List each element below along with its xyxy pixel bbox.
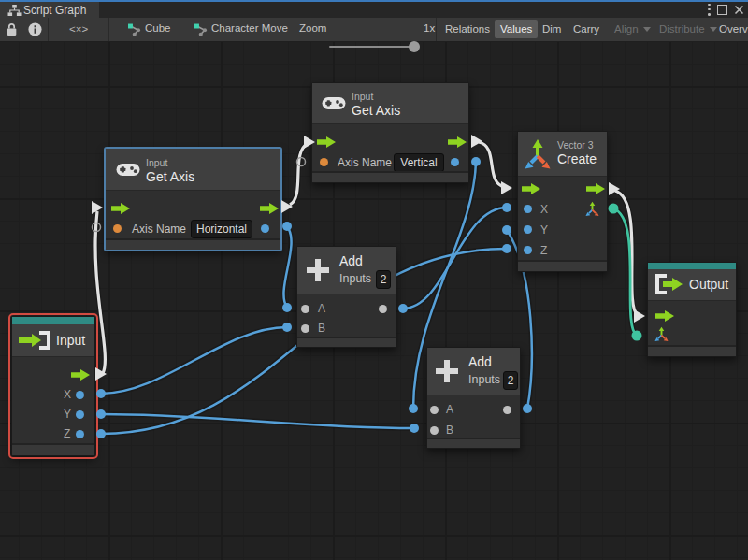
toggle-relations[interactable]: Relations xyxy=(439,20,496,38)
axis-value-output-port[interactable] xyxy=(451,158,459,166)
port-sum-output[interactable] xyxy=(379,305,387,313)
io-header-strip xyxy=(12,317,94,324)
node-header: Input xyxy=(12,324,94,357)
flow-in-port[interactable] xyxy=(111,203,130,214)
node-footer xyxy=(648,345,736,356)
port-sum-output[interactable] xyxy=(503,406,511,414)
info-icon[interactable] xyxy=(28,22,42,36)
node-get-axis-horizontal[interactable]: Input Get Axis Axis Name Horizontal xyxy=(105,148,281,251)
input-icon xyxy=(19,331,52,350)
toggle-overview[interactable]: Overview xyxy=(713,20,748,38)
node-footer xyxy=(427,438,520,448)
node-vector3-create[interactable]: Vector 3 Create X Y Z xyxy=(517,131,608,272)
menu-align[interactable]: Align xyxy=(609,20,656,38)
flow-out-port[interactable] xyxy=(260,203,279,214)
lock-icon[interactable] xyxy=(5,22,19,36)
port-x-input[interactable] xyxy=(524,205,532,213)
io-header-strip xyxy=(648,263,736,269)
toggle-dim[interactable]: Dim xyxy=(537,20,567,38)
flow-in-port[interactable] xyxy=(317,136,336,148)
node-footer xyxy=(297,337,396,347)
flow-in-port[interactable] xyxy=(655,310,674,322)
node-category: Input xyxy=(146,157,167,168)
focus-accent-line xyxy=(0,0,748,2)
node-title: Create xyxy=(557,151,597,166)
zoom-label: Zoom xyxy=(299,22,326,34)
plus-icon xyxy=(434,358,460,384)
node-category: Vector 3 xyxy=(557,139,594,151)
vector3-icon xyxy=(523,137,553,171)
axis-name-label: Axis Name xyxy=(338,156,392,169)
node-graph-input[interactable]: Input X Y Z xyxy=(11,316,95,456)
node-title: Input xyxy=(56,333,85,348)
node-add-2[interactable]: Add Inputs 2 A B xyxy=(426,347,521,449)
menu-distribute[interactable]: Distribute xyxy=(654,20,723,38)
node-add-1[interactable]: Add Inputs 2 A B xyxy=(296,246,396,348)
toggle-carry[interactable]: Carry xyxy=(568,20,605,38)
port-x-label: X xyxy=(540,203,548,216)
toggle-values[interactable]: Values xyxy=(495,20,538,38)
node-title: Add xyxy=(468,354,492,369)
inputs-count-field[interactable]: 2 xyxy=(503,371,518,390)
node-title: Add xyxy=(339,253,363,268)
window-menu-icon[interactable] xyxy=(708,4,711,16)
node-header: Add Inputs 2 xyxy=(297,247,396,294)
axis-name-input-port[interactable] xyxy=(320,158,328,166)
port-b-input[interactable] xyxy=(430,426,439,435)
tab-script-graph[interactable]: Script Graph xyxy=(0,2,99,18)
flow-out-port[interactable] xyxy=(586,183,605,194)
graph-toolbar: <×> Cube Character Move Zoom 1x Relation… xyxy=(0,18,748,42)
node-header: Add Inputs 2 xyxy=(427,348,520,395)
node-header: Output xyxy=(648,269,736,301)
zoom-slider-handle[interactable] xyxy=(409,41,420,52)
axis-value-output-port[interactable] xyxy=(261,224,269,233)
port-a-input[interactable] xyxy=(430,406,439,414)
graph-hierarchy-icon xyxy=(7,5,22,17)
zoom-slider-track[interactable] xyxy=(329,46,417,48)
maximize-icon[interactable] xyxy=(717,5,727,15)
port-x-output[interactable] xyxy=(76,391,84,399)
flow-out-port[interactable] xyxy=(448,136,467,148)
plus-icon xyxy=(305,257,331,283)
node-category: Input xyxy=(352,91,373,102)
node-header: Input Get Axis xyxy=(106,149,280,191)
output-icon xyxy=(655,274,683,294)
node-title: Get Axis xyxy=(146,169,194,184)
port-y-label: Y xyxy=(540,223,548,237)
graph-asset-icon xyxy=(128,23,141,36)
port-y-input[interactable] xyxy=(524,225,532,234)
port-b-label: B xyxy=(446,424,453,437)
axis-name-field[interactable]: Horizontal xyxy=(191,220,252,238)
node-graph-output[interactable]: Output xyxy=(647,262,737,357)
node-get-axis-vertical[interactable]: Input Get Axis Axis Name Vertical xyxy=(311,82,469,183)
port-z-output[interactable] xyxy=(76,430,84,438)
port-y-output[interactable] xyxy=(76,410,84,419)
inputs-count-field[interactable]: 2 xyxy=(376,270,391,289)
breadcrumb-graph-character-move[interactable]: Character Move xyxy=(211,22,288,34)
vector3-output-port[interactable] xyxy=(584,201,600,217)
zoom-value: 1x xyxy=(424,22,435,34)
port-b-input[interactable] xyxy=(301,324,309,333)
port-x-label: X xyxy=(64,388,71,401)
vector3-input-port[interactable] xyxy=(654,326,669,342)
code-preview-toggle[interactable]: <×> xyxy=(64,20,94,38)
node-header: Vector 3 Create xyxy=(518,132,607,177)
graph-asset-icon xyxy=(194,23,208,36)
port-z-input[interactable] xyxy=(524,246,532,254)
axis-name-field[interactable]: Vertical xyxy=(394,153,444,172)
port-a-label: A xyxy=(446,403,453,416)
inputs-label: Inputs xyxy=(468,373,500,386)
flow-in-port[interactable] xyxy=(522,183,540,194)
port-z-label: Z xyxy=(540,244,547,257)
window-controls xyxy=(708,3,744,16)
node-title: Get Axis xyxy=(352,103,400,118)
breadcrumb-graph-cube[interactable]: Cube xyxy=(145,22,171,34)
script-graph-window: Input Get Axis Axis Name Vertical Input … xyxy=(0,0,748,560)
port-a-input[interactable] xyxy=(301,305,309,313)
axis-name-input-port[interactable] xyxy=(113,224,122,233)
close-icon[interactable] xyxy=(734,5,744,15)
port-y-label: Y xyxy=(64,408,71,421)
tab-label: Script Graph xyxy=(23,4,86,17)
chevron-down-icon xyxy=(643,27,651,32)
flow-out-port[interactable] xyxy=(71,369,90,381)
